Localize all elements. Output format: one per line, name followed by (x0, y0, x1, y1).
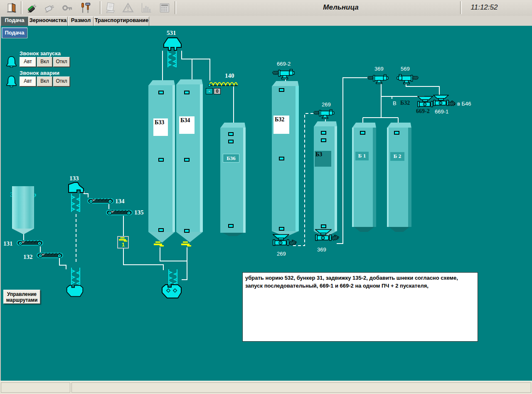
screw-669-2[interactable] (270, 68, 299, 81)
bin-b32-plate: Б32 (273, 116, 289, 134)
bin-b33: Б33 (148, 80, 175, 243)
trends-chart-icon[interactable] (140, 2, 153, 14)
bin-b2-edge-r (408, 128, 411, 227)
bin-b3-plate: Б3 (315, 151, 331, 167)
note-box: убрать норию 532, бункер 31, задвижку 13… (242, 272, 478, 342)
bin-b34-funnel (176, 232, 203, 242)
alarm-bell-auto-button[interactable]: Авт (20, 76, 36, 86)
screw-569[interactable] (394, 73, 419, 86)
key-icon[interactable] (61, 2, 74, 14)
toolbar-separator (21, 1, 22, 14)
status-panel-right (71, 382, 531, 393)
bin-b33-edge (172, 85, 175, 232)
bin-b3-edge (335, 126, 337, 231)
bin-b36-shadow (220, 233, 246, 236)
tab-podacha[interactable]: Подача (1, 17, 28, 26)
note-line-2: запуск последовательный, 669-1 и 669-2 н… (245, 282, 475, 290)
alarm-warning-icon[interactable] (121, 2, 135, 14)
bin-b1-edge-r (373, 128, 376, 227)
noria-133-boot[interactable] (66, 284, 84, 299)
bin-b1-plate: Б 1 (355, 152, 369, 160)
conveyor-135[interactable] (106, 209, 133, 217)
start-bell-icon (6, 56, 17, 70)
conveyor-131[interactable] (17, 239, 43, 248)
tab-razmol[interactable]: Размол (68, 17, 94, 26)
start-bell-label: Звонок запуска (20, 50, 61, 57)
values-table-icon[interactable] (158, 2, 171, 14)
valve-b34[interactable] (181, 241, 192, 249)
route-control-button[interactable]: Управление маршрутами (3, 290, 40, 304)
start-bell-auto-button[interactable]: Авт (20, 57, 36, 67)
bin-b34-plate: Б34 (179, 116, 195, 134)
start-bell-on-button[interactable]: Вкл (37, 57, 52, 67)
bin-b36-sensor-1 (228, 132, 234, 136)
bin-b34-sensor-mid (184, 158, 190, 162)
connect-plug-icon[interactable] (26, 2, 39, 14)
to-b46-label: в Б46 (457, 101, 471, 107)
alarm-bell-off-button[interactable]: Откл (53, 76, 70, 86)
bin-b1-shadow (352, 227, 376, 232)
clock: 11:12:52 (466, 3, 502, 12)
bin-b32-edge (296, 86, 299, 231)
route-control-line2: маршрутами (4, 297, 40, 303)
elevator-silo-funnel (12, 229, 34, 234)
route-valve-box[interactable]: 1 (117, 236, 129, 249)
discharge-269[interactable] (273, 234, 298, 251)
start-bell-off-button[interactable]: Откл (53, 57, 70, 67)
bin-b36-sensor-3 (228, 224, 234, 228)
conveyor-132-label: 132 (23, 254, 33, 261)
tab-zernoochistka[interactable]: Зерноочистка (28, 17, 68, 26)
discharge-369-label: 369 (317, 246, 326, 253)
report-icon[interactable] (104, 2, 117, 14)
route-control-line1: Управление (4, 291, 40, 297)
mimic-diagram: Подача Звонок запуска Авт Вкл Откл Звоно… (0, 26, 532, 381)
bin-b2-edge-l (387, 128, 389, 227)
screw-369[interactable] (367, 73, 391, 86)
screw-369-label: 369 (374, 66, 384, 72)
bin-b36-edge (243, 128, 246, 233)
screw-140-label: 140 (225, 72, 234, 79)
counter-value: 0 (214, 88, 221, 94)
screw-140-counter[interactable]: - 0 (206, 88, 221, 94)
bin-b33-plate: Б33 (153, 118, 168, 136)
conveyor-135-label: 135 (134, 209, 144, 216)
discharge-269-label: 269 (277, 251, 286, 257)
conveyor-134-label: 134 (115, 198, 125, 205)
tools-icon[interactable] (79, 2, 92, 14)
disconnect-plug-icon[interactable] (43, 2, 57, 14)
page-button-podacha[interactable]: Подача (2, 27, 27, 38)
route-valve-position: 1 (122, 242, 125, 248)
counter-minus[interactable]: - (206, 88, 213, 94)
noria-531-head[interactable] (163, 37, 182, 52)
bin-b2: Б 2 (387, 123, 411, 232)
valve-b33[interactable] (154, 241, 165, 249)
alarm-bell-on-button[interactable]: Вкл (37, 76, 52, 86)
tab-bar: Подача Зерноочистка Размол Транспортиров… (0, 16, 532, 26)
conveyor-132[interactable] (37, 252, 63, 260)
screw-569-label: 569 (401, 66, 410, 72)
to-b32-label: Б32 (400, 100, 410, 106)
bin-b36-plate: Б36 (223, 154, 239, 163)
alarm-bell-label: Звонок аварии (20, 70, 59, 76)
bin-b3: Б3 (314, 121, 337, 237)
toolbar-separator (100, 1, 101, 14)
screw-269[interactable] (313, 108, 337, 121)
to-b32-prefix-label: В (393, 100, 397, 106)
noria-531-boot[interactable] (161, 284, 182, 300)
app-window: Мельница 11:12:52 Подача Зерноочистка Ра… (0, 0, 532, 394)
bin-b1: Б 1 (352, 123, 376, 232)
bin-b1-edge-l (352, 128, 354, 227)
toolbar-separator (175, 1, 176, 14)
discharge-369[interactable] (315, 229, 340, 246)
bin-b34-sensor-bottom (184, 229, 190, 233)
noria-133-leg-upper (70, 194, 81, 214)
tab-transportirovanie[interactable]: Транспортирование (94, 17, 149, 26)
bin-b2-sensor (394, 131, 399, 135)
feeder-669-1[interactable] (433, 95, 456, 110)
conveyor-134[interactable] (87, 197, 114, 206)
exit-door-icon[interactable] (5, 2, 18, 14)
status-bar (0, 381, 532, 394)
bin-b36: Б36 (220, 123, 246, 236)
noria-531-label: 531 (167, 30, 176, 37)
screw-140[interactable] (208, 80, 239, 89)
